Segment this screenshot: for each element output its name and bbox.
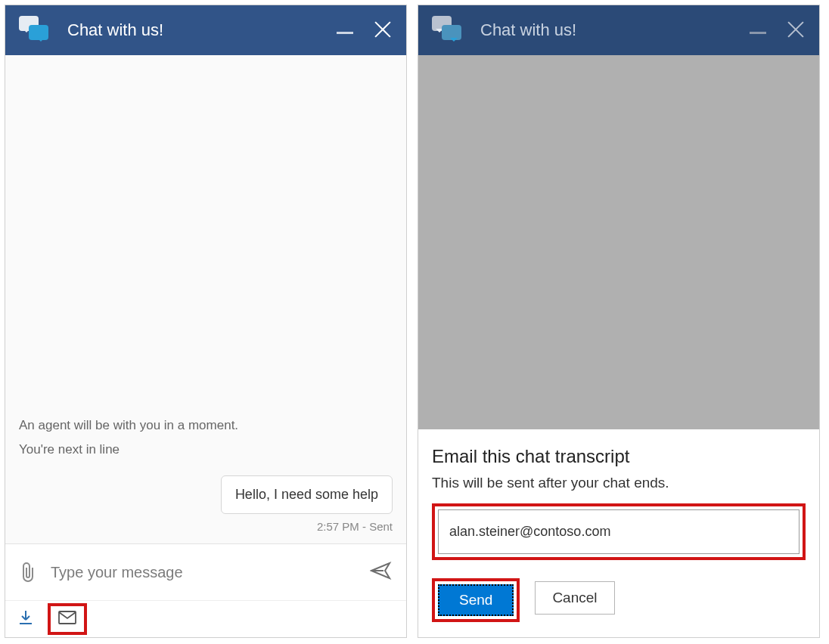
chat-footer bbox=[5, 600, 406, 637]
chat-header: Chat with us! bbox=[418, 5, 819, 55]
chat-logo-icon bbox=[432, 16, 467, 45]
cancel-button[interactable]: Cancel bbox=[535, 581, 614, 615]
message-meta: 2:57 PM - Sent bbox=[19, 520, 393, 533]
chat-window-right: Chat with us! An agent will be with you … bbox=[418, 5, 820, 638]
close-button[interactable] bbox=[786, 20, 806, 40]
dialog-subtitle: This will be sent after your chat ends. bbox=[432, 475, 806, 491]
download-icon[interactable] bbox=[19, 610, 33, 628]
user-message-bubble: Hello, I need some help bbox=[221, 475, 393, 514]
email-input[interactable] bbox=[438, 509, 800, 554]
send-icon[interactable] bbox=[370, 561, 393, 584]
chat-body: An agent will be with you in a moment. Y… bbox=[5, 55, 406, 543]
attach-icon[interactable] bbox=[19, 561, 37, 584]
system-message: You're next in line bbox=[19, 442, 393, 457]
email-transcript-highlight bbox=[48, 603, 87, 635]
send-button-highlight: Send bbox=[432, 578, 520, 622]
chat-header: Chat with us! bbox=[5, 5, 406, 55]
dialog-title: Email this chat transcript bbox=[432, 446, 806, 467]
chat-title: Chat with us! bbox=[480, 20, 750, 40]
email-input-highlight bbox=[432, 503, 806, 560]
message-input[interactable]: Type your message bbox=[51, 564, 370, 581]
composer: Type your message bbox=[5, 543, 406, 600]
chat-logo-icon bbox=[19, 16, 54, 45]
minimize-button[interactable] bbox=[750, 32, 766, 34]
chat-window-left: Chat with us! An agent will be with you … bbox=[5, 5, 407, 638]
email-transcript-dialog: Email this chat transcript This will be … bbox=[418, 429, 819, 637]
chat-title: Chat with us! bbox=[67, 20, 337, 40]
close-button[interactable] bbox=[373, 20, 393, 40]
minimize-button[interactable] bbox=[337, 32, 353, 34]
system-message: An agent will be with you in a moment. bbox=[19, 418, 393, 433]
send-button[interactable]: Send bbox=[438, 584, 514, 616]
email-transcript-icon[interactable] bbox=[58, 611, 76, 627]
